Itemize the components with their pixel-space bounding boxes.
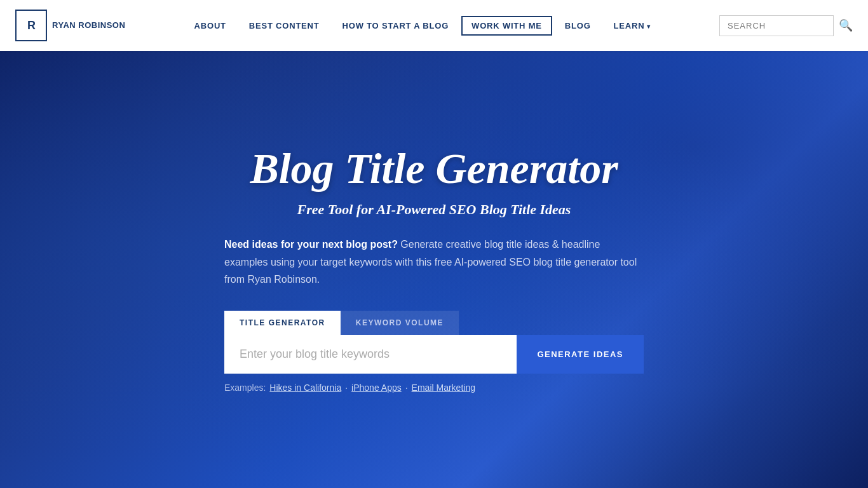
logo[interactable]: R RYAN ROBINSON <box>15 10 125 41</box>
nav-work-with-me[interactable]: WORK WITH ME <box>461 16 552 36</box>
example-separator-2: · <box>405 383 408 393</box>
generator-form: GENERATE IDEAS <box>224 335 644 374</box>
nav-blog[interactable]: BLOG <box>555 16 601 36</box>
examples-label: Examples: <box>224 383 266 393</box>
search-container: 🔍 <box>719 15 853 36</box>
generate-ideas-button[interactable]: GENERATE IDEAS <box>517 335 644 374</box>
hero-description-bold: Need ideas for your next blog post? <box>224 239 398 250</box>
hero-title: Blog Title Generator <box>224 146 644 191</box>
hero-section: Blog Title Generator Free Tool for AI-Po… <box>0 0 868 488</box>
example-email-marketing[interactable]: Email Marketing <box>412 383 475 393</box>
nav-learn[interactable]: LEARN <box>604 16 661 36</box>
search-input[interactable] <box>719 15 834 36</box>
nav-about[interactable]: ABOUT <box>184 16 236 36</box>
tab-title-generator[interactable]: TITLE GENERATOR <box>224 311 341 335</box>
nav-best-content[interactable]: BEST CONTENT <box>239 16 330 36</box>
hero-description: Need ideas for your next blog post? Gene… <box>224 236 644 288</box>
examples-row: Examples: Hikes in California · iPhone A… <box>224 383 644 393</box>
main-nav: ABOUT BEST CONTENT HOW TO START A BLOG W… <box>184 16 661 36</box>
nav-how-to-start[interactable]: HOW TO START A BLOG <box>332 16 459 36</box>
keyword-input[interactable] <box>224 335 517 374</box>
search-button[interactable]: 🔍 <box>839 18 853 32</box>
tool-tabs: TITLE GENERATOR KEYWORD VOLUME <box>224 311 644 335</box>
hero-subtitle: Free Tool for AI-Powered SEO Blog Title … <box>224 201 644 218</box>
example-iphone-apps[interactable]: iPhone Apps <box>351 383 402 393</box>
tool-tabs-container: TITLE GENERATOR KEYWORD VOLUME GENERATE … <box>224 311 644 374</box>
hero-content: Blog Title Generator Free Tool for AI-Po… <box>212 146 656 311</box>
site-header: R RYAN ROBINSON ABOUT BEST CONTENT HOW T… <box>0 0 868 51</box>
logo-icon: R <box>15 10 47 41</box>
brand-name: RYAN ROBINSON <box>52 20 125 30</box>
example-hikes-california[interactable]: Hikes in California <box>269 383 341 393</box>
tab-keyword-volume[interactable]: KEYWORD VOLUME <box>341 311 459 335</box>
example-separator-1: · <box>345 383 348 393</box>
